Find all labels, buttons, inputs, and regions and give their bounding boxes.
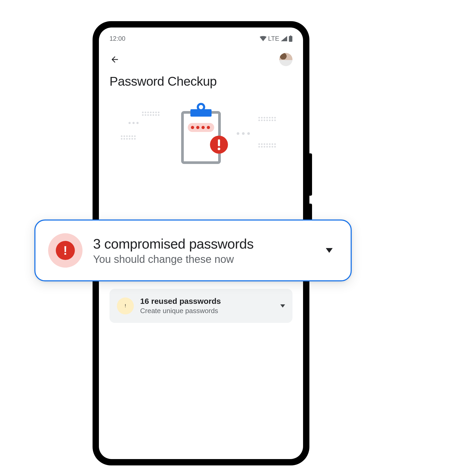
card-subtitle: You should change these now: [93, 253, 315, 265]
svg-point-38: [269, 117, 271, 118]
back-button[interactable]: [109, 54, 120, 65]
svg-point-60: [272, 146, 273, 148]
svg-point-30: [158, 114, 159, 116]
svg-point-3: [132, 122, 135, 124]
svg-point-61: [274, 146, 276, 148]
svg-point-5: [121, 135, 122, 137]
clipboard-icon: [182, 104, 219, 163]
svg-point-31: [237, 132, 239, 135]
signal-icon: [281, 36, 287, 41]
alert-icon-amber: !: [117, 298, 134, 314]
app-bar: [99, 45, 303, 71]
svg-point-4: [136, 122, 139, 124]
svg-rect-71: [218, 139, 220, 146]
svg-point-67: [196, 126, 199, 129]
svg-point-58: [266, 146, 268, 148]
svg-point-22: [155, 112, 157, 113]
svg-point-56: [261, 146, 263, 148]
card-title: 16 reused passwords: [140, 297, 274, 306]
svg-point-7: [126, 135, 128, 137]
svg-point-48: [258, 143, 260, 145]
svg-point-50: [264, 143, 265, 145]
svg-point-55: [258, 146, 260, 148]
svg-point-46: [272, 120, 273, 121]
hero-illustration: [99, 97, 303, 181]
svg-rect-0: [289, 36, 292, 42]
svg-point-44: [266, 120, 268, 121]
svg-point-33: [247, 132, 250, 135]
svg-point-39: [272, 117, 273, 118]
svg-point-17: [142, 112, 144, 113]
svg-point-16: [134, 138, 136, 140]
svg-point-64: [198, 104, 204, 110]
svg-point-69: [207, 126, 210, 129]
wifi-icon: [260, 36, 267, 41]
reused-passwords-card[interactable]: ! 16 reused passwords Create unique pass…: [109, 289, 292, 323]
svg-point-10: [134, 135, 136, 137]
svg-point-14: [129, 138, 130, 140]
card-title: 3 compromised passwords: [93, 236, 315, 252]
compromised-passwords-card[interactable]: ! 3 compromised passwords You should cha…: [34, 219, 352, 281]
svg-point-45: [269, 120, 271, 121]
svg-point-34: [258, 117, 260, 118]
svg-point-13: [126, 138, 128, 140]
chevron-down-icon: [326, 248, 333, 253]
svg-rect-1: [290, 35, 291, 36]
svg-point-53: [272, 143, 273, 145]
card-subtitle: Create unique passwords: [140, 307, 274, 315]
status-indicators: LTE: [260, 35, 292, 42]
svg-point-24: [142, 114, 144, 116]
svg-point-35: [261, 117, 263, 118]
svg-point-8: [129, 135, 130, 137]
status-time: 12:00: [109, 35, 125, 42]
svg-point-49: [261, 143, 263, 145]
svg-point-47: [274, 120, 276, 121]
svg-point-6: [123, 135, 125, 137]
svg-point-66: [191, 126, 194, 129]
svg-point-42: [261, 120, 263, 121]
svg-point-15: [131, 138, 133, 140]
svg-point-21: [153, 112, 154, 113]
status-bar: 12:00 LTE: [99, 28, 303, 45]
svg-point-26: [147, 114, 149, 116]
svg-point-12: [123, 138, 125, 140]
account-avatar[interactable]: [279, 53, 292, 66]
svg-point-18: [145, 112, 146, 113]
svg-point-41: [258, 120, 260, 121]
arrow-left-icon: [110, 55, 120, 64]
svg-point-19: [147, 112, 149, 113]
svg-point-28: [153, 114, 154, 116]
alert-icon-red: !: [48, 233, 83, 268]
svg-point-2: [129, 122, 131, 124]
page-title: Password Checkup: [99, 71, 303, 97]
svg-point-40: [274, 117, 276, 118]
svg-point-72: [218, 148, 220, 150]
svg-point-54: [274, 143, 276, 145]
svg-point-57: [264, 146, 265, 148]
network-label: LTE: [268, 35, 279, 42]
phone-side-button: [309, 153, 312, 196]
svg-point-9: [131, 135, 133, 137]
svg-point-36: [264, 117, 265, 118]
svg-point-68: [202, 126, 205, 129]
svg-point-25: [145, 114, 146, 116]
battery-icon: [289, 35, 292, 42]
svg-point-51: [266, 143, 268, 145]
svg-point-37: [266, 117, 268, 118]
svg-point-11: [121, 138, 122, 140]
svg-point-32: [242, 132, 245, 135]
alert-badge-icon: [210, 136, 228, 154]
svg-point-59: [269, 146, 271, 148]
svg-point-23: [158, 112, 159, 113]
svg-point-20: [150, 112, 152, 113]
svg-point-27: [150, 114, 152, 116]
chevron-down-icon: [280, 304, 285, 308]
svg-point-29: [155, 114, 157, 116]
svg-point-43: [264, 120, 265, 121]
svg-point-52: [269, 143, 271, 145]
